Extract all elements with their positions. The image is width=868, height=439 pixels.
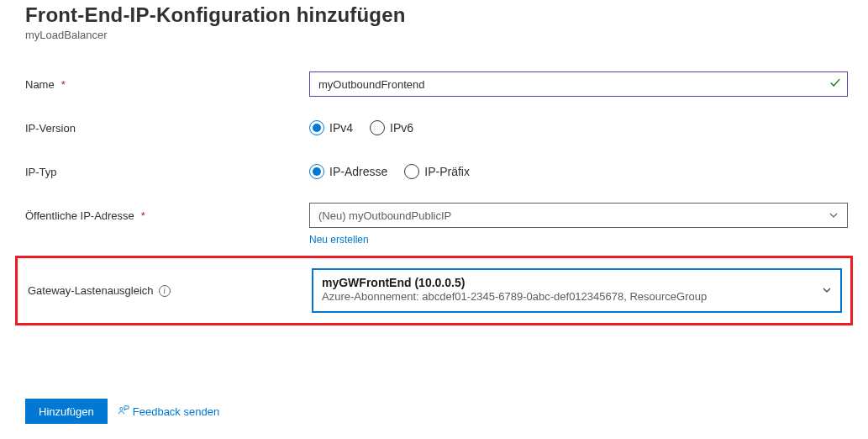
public-ip-label-text: Öffentliche IP-Adresse [25, 209, 134, 222]
gateway-lb-label-text: Gateway-Lastenausgleich [28, 284, 154, 297]
page-title: Front-End-IP-Konfiguration hinzufügen [25, 3, 848, 27]
public-ip-label: Öffentliche IP-Adresse * [25, 209, 309, 222]
radio-circle-icon [370, 120, 385, 135]
gateway-lb-value-main: myGWFrontEnd (10.0.0.5) [322, 275, 707, 290]
valid-check-icon [829, 77, 841, 92]
chevron-down-icon [822, 285, 832, 295]
feedback-link[interactable]: Feedback senden [118, 405, 219, 419]
ip-type-radio-group: IP-Adresse IP-Präfix [309, 164, 481, 179]
gateway-lb-label: Gateway-Lastenausgleich i [23, 284, 312, 297]
ip-version-ipv6-label: IPv6 [390, 121, 413, 135]
svg-rect-1 [124, 405, 129, 409]
chevron-down-icon [829, 210, 839, 220]
name-input[interactable] [309, 71, 848, 97]
add-button[interactable]: Hinzufügen [25, 399, 108, 424]
radio-circle-icon [309, 120, 324, 135]
public-ip-value: (Neu) myOutboundPublicIP [318, 209, 451, 222]
footer-bar: Hinzufügen Feedback senden [25, 399, 219, 424]
ip-version-ipv6-radio[interactable]: IPv6 [370, 120, 413, 135]
ip-version-ipv4-label: IPv4 [329, 121, 353, 135]
page-subtitle: myLoadBalancer [25, 29, 848, 41]
create-public-ip-link[interactable]: Neu erstellen [309, 234, 369, 246]
radio-circle-icon [404, 164, 419, 179]
ip-type-address-label: IP-Adresse [329, 165, 387, 178]
required-asterisk: * [61, 78, 66, 91]
ip-type-prefix-radio[interactable]: IP-Präfix [404, 164, 470, 179]
required-asterisk: * [141, 209, 145, 222]
ip-version-ipv4-radio[interactable]: IPv4 [309, 120, 353, 135]
gateway-lb-value-sub: Azure-Abonnement: abcdef01-2345-6789-0ab… [322, 290, 707, 304]
public-ip-dropdown[interactable]: (Neu) myOutboundPublicIP [309, 203, 848, 228]
name-label-text: Name [25, 78, 55, 91]
info-icon[interactable]: i [159, 285, 171, 297]
ip-version-radio-group: IPv4 IPv6 [309, 120, 425, 135]
gateway-lb-dropdown[interactable]: myGWFrontEnd (10.0.0.5) Azure-Abonnement… [312, 268, 842, 313]
gateway-lb-row-highlight: Gateway-Lastenausgleich i myGWFrontEnd (… [15, 256, 853, 325]
svg-point-0 [119, 407, 123, 410]
ip-type-address-radio[interactable]: IP-Adresse [309, 164, 387, 179]
ip-type-label: IP-Typ [25, 166, 309, 178]
ip-version-label: IP-Version [25, 122, 309, 135]
person-feedback-icon [118, 405, 129, 419]
ip-type-prefix-label: IP-Präfix [424, 165, 470, 178]
radio-circle-icon [309, 164, 324, 179]
feedback-link-text: Feedback senden [133, 405, 219, 418]
name-label: Name * [25, 78, 309, 91]
